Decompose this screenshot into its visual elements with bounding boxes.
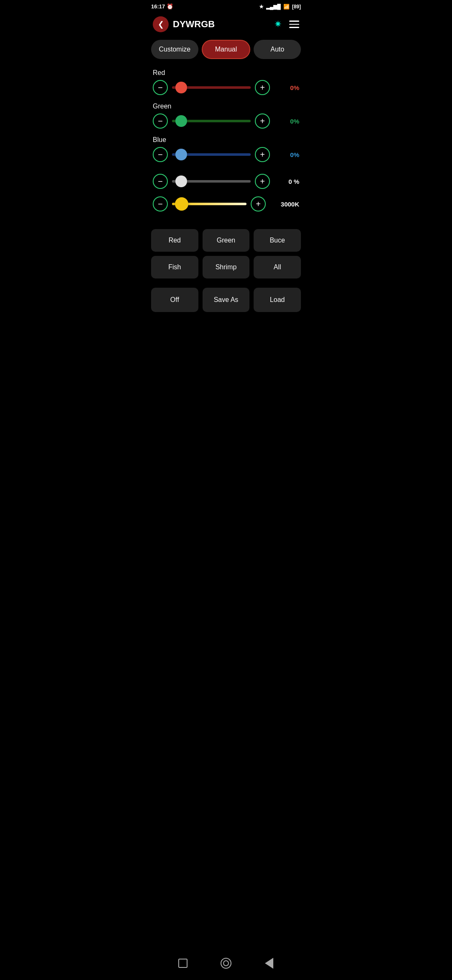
green-value: 0% (274, 118, 299, 125)
status-bar: 16:17 ⏰ ★ ▂▄▆█ 📶 [89] (144, 0, 308, 11)
white-minus-button[interactable]: − (153, 174, 168, 189)
colortemp-minus-button[interactable]: − (153, 196, 168, 211)
preset-fish[interactable]: Fish (151, 256, 198, 279)
white-slider-row: − + 0 % (153, 174, 299, 189)
status-right: ★ ▂▄▆█ 📶 [89] (259, 4, 301, 10)
red-plus-button[interactable]: + (255, 80, 270, 95)
status-left: 16:17 ⏰ (151, 3, 173, 10)
load-button[interactable]: Load (254, 288, 301, 312)
app-title: DYWRGB (173, 19, 215, 30)
header: ❮ DYWRGB ✷ (144, 11, 308, 36)
colortemp-slider-group: − + 3000K (153, 196, 299, 211)
blue-slider-group: Blue − + 0% (153, 136, 299, 162)
white-value: 0 % (274, 178, 299, 185)
blue-label: Blue (153, 136, 299, 144)
red-slider-row: − + 0% (153, 80, 299, 95)
preset-shrimp[interactable]: Shrimp (203, 256, 250, 279)
green-plus-button[interactable]: + (255, 113, 270, 129)
preset-red[interactable]: Red (151, 229, 198, 252)
preset-all[interactable]: All (254, 256, 301, 279)
bluetooth-icon[interactable]: ✷ (274, 19, 282, 30)
menu-line-3 (289, 27, 299, 28)
back-icon: ❮ (158, 20, 164, 29)
colortemp-plus-button[interactable]: + (251, 196, 266, 211)
rgb-sliders: Red − + 0% Green − + 0% Blue − (144, 66, 308, 162)
presets-grid: Red Green Buce Fish Shrimp All (144, 226, 308, 282)
battery-indicator: [89] (292, 4, 301, 10)
green-label: Green (153, 103, 299, 110)
actions-grid: Off Save As Load (144, 284, 308, 319)
red-value: 0% (274, 84, 299, 91)
tab-customize[interactable]: Customize (151, 40, 198, 59)
white-plus-button[interactable]: + (255, 174, 270, 189)
blue-value: 0% (274, 151, 299, 158)
red-slider-group: Red − + 0% (153, 69, 299, 95)
blue-slider-row: − + 0% (153, 147, 299, 162)
tab-manual[interactable]: Manual (202, 40, 251, 59)
menu-line-2 (289, 24, 299, 25)
save-as-button[interactable]: Save As (203, 288, 250, 312)
preset-green[interactable]: Green (203, 229, 250, 252)
menu-button[interactable] (289, 21, 299, 28)
header-right: ✷ (274, 19, 299, 30)
blue-plus-button[interactable]: + (255, 147, 270, 162)
green-minus-button[interactable]: − (153, 113, 168, 129)
white-slider-group: − + 0 % (153, 174, 299, 189)
bluetooth-status-icon: ★ (259, 4, 264, 10)
blue-minus-button[interactable]: − (153, 147, 168, 162)
preset-buce[interactable]: Buce (254, 229, 301, 252)
extra-sliders: − + 0 % − + 3000K (144, 170, 308, 226)
green-slider-row: − + 0% (153, 113, 299, 129)
alarm-icon: ⏰ (167, 3, 173, 10)
colortemp-value: 3000K (270, 201, 299, 208)
wifi-icon: 📶 (283, 4, 290, 10)
tab-auto[interactable]: Auto (254, 40, 301, 59)
green-slider-group: Green − + 0% (153, 103, 299, 129)
signal-icon: ▂▄▆█ (266, 4, 281, 10)
status-time: 16:17 (151, 3, 165, 10)
back-button[interactable]: ❮ (153, 16, 169, 32)
red-label: Red (153, 69, 299, 77)
menu-line-1 (289, 21, 299, 22)
colortemp-slider-row: − + 3000K (153, 196, 299, 211)
red-minus-button[interactable]: − (153, 80, 168, 95)
header-left: ❮ DYWRGB (153, 16, 215, 32)
off-button[interactable]: Off (151, 288, 198, 312)
mode-tabs: Customize Manual Auto (144, 36, 308, 66)
